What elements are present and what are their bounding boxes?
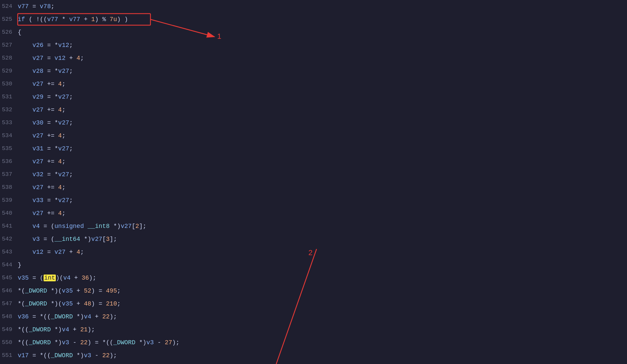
code-line-535: 535 v31 = *v27; [0,142,627,155]
line-content-534: v27 += 4; [18,129,627,142]
line-number-535: 535 [0,142,18,155]
code-line-533: 533 v30 = *v27; [0,116,627,129]
line-number-543: 543 [0,246,18,259]
code-line-543: 543 v12 = v27 + 4; [0,246,627,259]
code-line-532: 532 v27 += 4; [0,103,627,116]
line-number-549: 549 [0,323,18,336]
line-content-538: v27 += 4; [18,181,627,194]
line-number-527: 527 [0,39,18,52]
line-content-545: v35 = (int)(v4 + 36); [18,271,627,284]
line-content-526: { [18,26,627,39]
line-number-529: 529 [0,65,18,78]
line-content-548: v36 = *((_DWORD *)v4 + 22); [18,310,627,323]
line-number-545: 545 [0,271,18,284]
code-line-534: 534 v27 += 4; [0,129,627,142]
code-line-550: 550*((_DWORD *)v3 - 22) = *((_DWORD *)v3… [0,336,627,349]
line-content-530: v27 += 4; [18,78,627,90]
code-line-529: 529 v28 = *v27; [0,65,627,78]
line-number-539: 539 [0,194,18,207]
code-line-539: 539 v33 = *v27; [0,194,627,207]
code-line-537: 537 v32 = *v27; [0,168,627,181]
line-content-533: v30 = *v27; [18,116,627,129]
code-line-551: 551v17 = *((_DWORD *)v3 - 22); [0,349,627,362]
code-line-548: 548v36 = *((_DWORD *)v4 + 22); [0,310,627,323]
code-line-541: 541 v4 = (unsigned __int8 *)v27[2]; [0,220,627,233]
line-number-550: 550 [0,336,18,349]
line-content-540: v27 += 4; [18,207,627,220]
line-number-548: 548 [0,310,18,323]
code-line-526: 526{ [0,26,627,39]
code-line-547: 547*(_DWORD *)(v35 + 48) = 210; [0,297,627,310]
line-content-531: v29 = *v27; [18,90,627,103]
line-content-536: v27 += 4; [18,155,627,168]
line-number-538: 538 [0,181,18,194]
code-line-542: 542 v3 = (__int64 *)v27[3]; [0,233,627,246]
code-line-530: 530 v27 += 4; [0,78,627,90]
line-content-537: v32 = *v27; [18,168,627,181]
highlighted-int: int [44,275,56,281]
line-number-540: 540 [0,207,18,220]
line-number-526: 526 [0,26,18,39]
line-content-546: *(_DWORD *)(v35 + 52) = 495; [18,284,627,297]
line-content-529: v28 = *v27; [18,65,627,78]
line-content-550: *((_DWORD *)v3 - 22) = *((_DWORD *)v3 - … [18,336,627,349]
line-content-544: } [18,259,627,271]
code-line-531: 531 v29 = *v27; [0,90,627,103]
line-content-535: v31 = *v27; [18,142,627,155]
line-number-537: 537 [0,168,18,181]
line-number-541: 541 [0,220,18,233]
line-number-532: 532 [0,103,18,116]
line-number-525: 525 [0,13,18,26]
line-number-542: 542 [0,233,18,246]
line-content-543: v12 = v27 + 4; [18,246,627,259]
line-content-541: v4 = (unsigned __int8 *)v27[2]; [18,220,627,233]
line-number-547: 547 [0,297,18,310]
line-number-552: 552 [0,362,18,364]
line-number-551: 551 [0,349,18,362]
code-line-540: 540 v27 += 4; [0,207,627,220]
code-line-527: 527 v26 = *v12; [0,39,627,52]
line-content-532: v27 += 4; [18,103,627,116]
line-content-547: *(_DWORD *)(v35 + 48) = 210; [18,297,627,310]
code-line-524: 524v77 = v78; [0,0,627,13]
line-content-528: v27 = v12 + 4; [18,52,627,65]
line-content-551: v17 = *((_DWORD *)v3 - 22); [18,349,627,362]
line-number-546: 546 [0,284,18,297]
line-content-552: **((_DWORD **)v3 - 27) = 0; [18,362,627,364]
code-line-525: 525if ( !((v77 * v77 + 1) % 7u) ) [0,13,627,26]
code-line-536: 536 v27 += 4; [0,155,627,168]
line-number-534: 534 [0,129,18,142]
code-line-528: 528 v27 = v12 + 4; [0,52,627,65]
line-content-539: v33 = *v27; [18,194,627,207]
code-line-546: 546*(_DWORD *)(v35 + 52) = 495; [0,284,627,297]
line-number-533: 533 [0,116,18,129]
line-content-527: v26 = *v12; [18,39,627,52]
line-number-531: 531 [0,90,18,103]
code-line-552: 552**((_DWORD **)v3 - 27) = 0; [0,362,627,364]
line-content-542: v3 = (__int64 *)v27[3]; [18,233,627,246]
line-number-544: 544 [0,259,18,271]
code-line-538: 538 v27 += 4; [0,181,627,194]
line-number-528: 528 [0,52,18,65]
code-line-549: 549*((_DWORD *)v4 + 21); [0,323,627,336]
line-content-524: v77 = v78; [18,0,627,13]
line-number-524: 524 [0,0,18,13]
line-content-549: *((_DWORD *)v4 + 21); [18,323,627,336]
line-content-525: if ( !((v77 * v77 + 1) % 7u) ) [18,13,627,26]
line-number-536: 536 [0,155,18,168]
code-line-544: 544} [0,259,627,271]
code-line-545: 545v35 = (int)(v4 + 36); [0,271,627,284]
line-number-530: 530 [0,78,18,90]
